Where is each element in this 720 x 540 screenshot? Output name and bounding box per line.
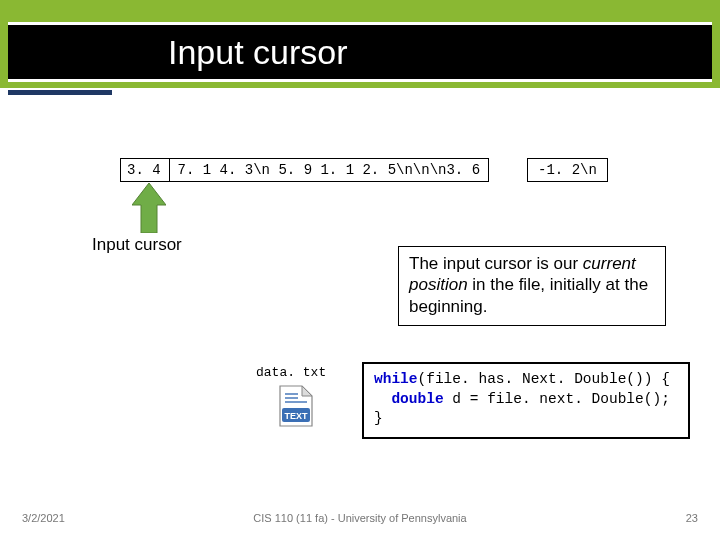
- footer-center: CIS 110 (11 fa) - University of Pennsylv…: [0, 512, 720, 524]
- cursor-arrow-icon: [132, 183, 166, 233]
- code-l2-rest: d = file. next. Double();: [444, 391, 670, 407]
- kw-double: double: [391, 391, 443, 407]
- code-l1-rest: (file. has. Next. Double()) {: [418, 371, 670, 387]
- code-l3: }: [374, 410, 383, 426]
- kw-while: while: [374, 371, 418, 387]
- svg-marker-0: [132, 183, 166, 233]
- cursor-label: Input cursor: [92, 235, 182, 255]
- svg-text:TEXT: TEXT: [284, 411, 308, 421]
- title-inner: Input cursor: [8, 22, 712, 82]
- title-band: Input cursor: [0, 0, 720, 88]
- slide-title: Input cursor: [168, 33, 348, 72]
- explanation-box: The input cursor is our current position…: [398, 246, 666, 326]
- stream-first-token: 3. 4: [120, 158, 170, 182]
- data-stream: 3. 4 7. 1 4. 3\n 5. 9 1. 1 2. 5\n\n\n3. …: [120, 158, 608, 182]
- stream-tail: -1. 2\n: [527, 158, 608, 182]
- file-label: data. txt: [256, 365, 326, 380]
- underline-strip: [8, 90, 112, 95]
- footer-page: 23: [686, 512, 698, 524]
- text-file-icon: TEXT: [278, 384, 314, 428]
- code-box: while(file. has. Next. Double()) { doubl…: [362, 362, 690, 439]
- code-l2-indent: [374, 391, 391, 407]
- stream-rest: 7. 1 4. 3\n 5. 9 1. 1 2. 5\n\n\n3. 6: [170, 158, 489, 182]
- explain-text-1: The input cursor is our: [409, 254, 583, 273]
